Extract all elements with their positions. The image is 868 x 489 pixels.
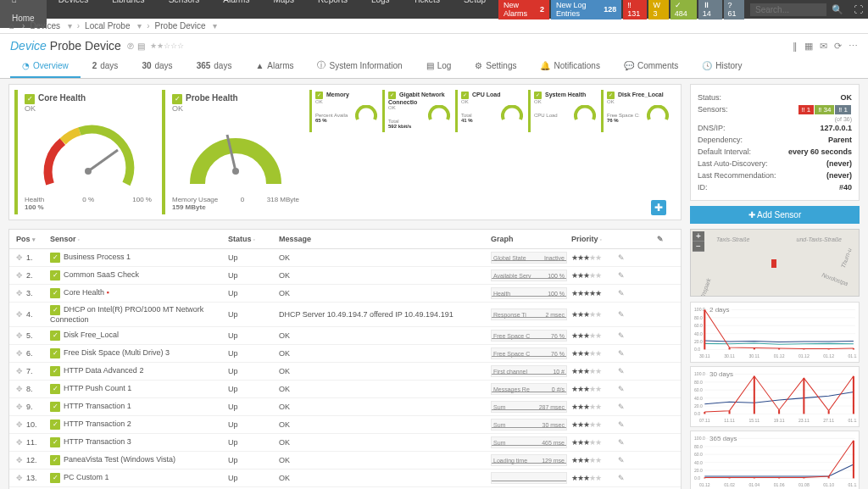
chart-2-days[interactable]: 0.020.040.060.080.0100.030.1130.1130.110… (690, 302, 860, 363)
edit-icon[interactable]: ✎ (618, 289, 625, 297)
alert-new-log-entries[interactable]: New Log Entries 128 (551, 0, 621, 19)
add-sensor-button[interactable]: ✚ Add Sensor (690, 206, 860, 224)
gauge-core-health[interactable]: ✓Core HealthOKHealth100 %0 %100 % (14, 90, 159, 214)
refresh-icon[interactable]: ⟳ (834, 41, 842, 52)
nav-maps[interactable]: Maps (261, 0, 305, 28)
priority-stars[interactable]: ★★★★★ (571, 349, 601, 358)
map-zoom-in[interactable]: + (693, 231, 704, 242)
table-row[interactable]: ✥5.✓Disk Free_LocalUpOKFree Space C76 %★… (9, 327, 681, 345)
sensor-name[interactable]: HTTP Data Advanced 2 (64, 366, 143, 375)
tab-overview[interactable]: ◔Overview (10, 54, 81, 78)
drag-handle[interactable]: ✥ (16, 331, 23, 340)
gauge-small[interactable]: ✓MemoryOKPercent Availa65 % (309, 90, 379, 132)
drag-handle[interactable]: ✥ (16, 438, 23, 447)
search-icon[interactable]: 🔍 (826, 4, 849, 15)
alert-new-alarms[interactable]: New Alarms 2 (498, 0, 549, 19)
nav-reports[interactable]: Reports (306, 0, 359, 28)
drag-handle[interactable]: ✥ (16, 271, 23, 280)
drag-handle[interactable]: ✥ (16, 420, 23, 429)
tab-notifications[interactable]: 🔔Notifications (528, 54, 611, 78)
table-row[interactable]: ✥12.✓PaneaVista Test (Windows Vista)UpOK… (9, 452, 681, 470)
tab-system-information[interactable]: ⓘSystem Information (305, 54, 414, 78)
tab-alarms[interactable]: ▲Alarms (243, 54, 305, 78)
edit-icon[interactable]: ✎ (618, 474, 625, 482)
tab-history[interactable]: 🕓History (690, 54, 754, 78)
priority-stars[interactable]: ★★★★★ (571, 420, 601, 429)
drag-handle[interactable]: ✥ (16, 403, 23, 411)
table-row[interactable]: ✥8.✓HTTP Push Count 1UpOKMessages Re0 #/… (9, 381, 681, 398)
status-badge[interactable]: W 3 (648, 0, 668, 19)
mail-icon[interactable]: ✉ (820, 41, 827, 52)
col-graph[interactable]: Graph (491, 235, 514, 243)
gauge-small[interactable]: ✓Disk Free_LocalOKFree Space C:76 % (601, 90, 670, 132)
breadcrumb-item[interactable]: Probe Device (155, 21, 206, 31)
status-badge[interactable]: ⏸ 14 (698, 0, 722, 19)
gauge-probe-health[interactable]: ✓Probe HealthOKMemory Usage159 MByte0318… (162, 90, 306, 214)
nav-tickets[interactable]: Tickets (402, 0, 452, 28)
edit-icon[interactable]: ✎ (618, 367, 625, 375)
gauge-small[interactable]: ✓Gigabit Network ConnectioOKTotal592 kbi… (382, 90, 452, 132)
drag-handle[interactable]: ✥ (16, 253, 23, 262)
priority-stars[interactable]: ★★★★★ (571, 289, 601, 297)
table-row[interactable]: ✥6.✓Free Disk Space (Multi Drive) 3UpOKF… (9, 345, 681, 363)
col-sensor[interactable]: Sensor (50, 235, 76, 243)
col-priority[interactable]: Priority (571, 235, 598, 243)
edit-icon[interactable]: ✎ (618, 253, 625, 262)
breadcrumb-item[interactable]: Local Probe (85, 21, 130, 31)
tab-settings[interactable]: ⚙Settings (463, 54, 528, 78)
drag-handle[interactable]: ✥ (16, 367, 23, 375)
breadcrumb-item[interactable]: Devices (30, 21, 60, 31)
nav-setup[interactable]: Setup (452, 0, 498, 28)
col-status[interactable]: Status (228, 235, 252, 243)
pause-icon[interactable]: ‖ (793, 41, 798, 52)
priority-stars[interactable]: ★★★★★ (571, 456, 601, 464)
more-icon[interactable]: ⋯ (849, 41, 858, 52)
edit-icon[interactable]: ✎ (618, 403, 625, 411)
grid-icon[interactable]: ▦ (804, 41, 813, 52)
table-row[interactable]: ✥10.✓HTTP Transaction 2UpOKSum30 msec★★★… (9, 416, 681, 434)
sensor-name[interactable]: Core Health (64, 288, 104, 297)
edit-icon[interactable]: ✎ (618, 456, 625, 464)
table-row[interactable]: ✥1.✓Business Process 1UpOKGlobal StateIn… (9, 249, 681, 267)
priority-stars[interactable]: ★★★★★ (571, 403, 601, 411)
table-row[interactable]: ✥7.✓HTTP Data Advanced 2UpOKFirst channe… (9, 363, 681, 381)
drag-handle[interactable]: ✥ (16, 456, 23, 464)
drag-handle[interactable]: ✥ (16, 289, 23, 297)
sensor-name[interactable]: PC Custom 1 (64, 473, 109, 481)
sensor-name[interactable]: Common SaaS Check (64, 270, 139, 279)
chart-30-days[interactable]: 0.020.040.060.080.0100.007.1111.1115.111… (690, 366, 860, 427)
gauge-small[interactable]: ✓CPU LoadOKTotal41 % (455, 90, 525, 132)
map-zoom-out[interactable]: − (693, 242, 704, 252)
table-row[interactable]: ✥3.✓Core Health ▪UpOKHealth100 %★★★★★✎ (9, 285, 681, 303)
edit-icon[interactable]: ✎ (618, 438, 625, 447)
chart-365-days[interactable]: 0.020.040.060.080.0100.001.1201.0201.040… (690, 431, 860, 489)
floating-add-button[interactable]: ✚ (651, 200, 666, 215)
home-icon[interactable]: ⌂ (9, 21, 14, 31)
col-pos[interactable]: Pos (16, 235, 31, 243)
edit-icon[interactable]: ✎ (618, 349, 625, 358)
table-row[interactable]: ✥13.✓PC Custom 1UpOK★★★★★✎ (9, 470, 681, 487)
drag-handle[interactable]: ✥ (16, 349, 23, 358)
status-badge[interactable]: ‼ 131 (623, 0, 647, 19)
edit-icon[interactable]: ✎ (618, 331, 625, 340)
gauge-small[interactable]: ✓System HealthOKCPU Load (528, 90, 598, 132)
table-row[interactable]: ✥9.✓HTTP Transaction 1UpOKSum287 msec★★★… (9, 398, 681, 416)
table-row[interactable]: ✥4.✓DHCP on Intel(R) PRO/1000 MT Network… (9, 303, 681, 327)
tab-days[interactable]: 365 days (185, 54, 244, 78)
priority-stars[interactable]: ★★★★★ (571, 253, 601, 262)
fullscreen-icon[interactable]: ⛶ (849, 4, 868, 14)
sensor-name[interactable]: HTTP Transaction 1 (64, 402, 131, 410)
tab-log[interactable]: ▤Log (415, 54, 464, 78)
sensor-name[interactable]: Disk Free_Local (64, 331, 119, 339)
priority-stars[interactable]: ★★★★★ (571, 367, 601, 375)
priority-stars[interactable]: ★★★★★ (571, 474, 601, 482)
edit-all-icon[interactable]: ✎ (657, 235, 674, 243)
edit-icon[interactable]: ✎ (618, 385, 625, 393)
drag-handle[interactable]: ✥ (16, 385, 23, 393)
priority-stars[interactable]: ★★★★★ (571, 271, 601, 280)
sensor-name[interactable]: HTTP Transaction 2 (64, 420, 131, 428)
sensor-name[interactable]: HTTP Transaction 3 (64, 437, 131, 446)
sensor-name[interactable]: Free Disk Space (Multi Drive) 3 (64, 348, 170, 357)
sensor-name[interactable]: DHCP on Intel(R) PRO/1000 MT Network Con… (50, 305, 203, 324)
tab-days[interactable]: 2 days (81, 54, 131, 78)
